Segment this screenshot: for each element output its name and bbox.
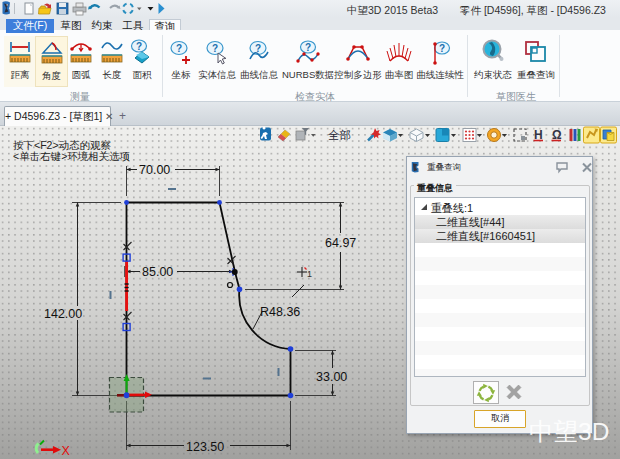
svg-text:?: ? [305, 42, 311, 53]
svg-text:R48.36: R48.36 [260, 305, 300, 319]
svg-text:?: ? [439, 43, 445, 54]
svg-text:全部: 全部 [328, 129, 351, 141]
svg-text:X: X [62, 444, 71, 458]
svg-text:1: 1 [307, 269, 312, 279]
svg-text:85.00: 85.00 [142, 265, 173, 279]
svg-text:64.97: 64.97 [325, 236, 356, 250]
svg-text:?: ? [212, 43, 218, 54]
svg-text:H: H [534, 128, 543, 142]
svg-text:70.00: 70.00 [139, 163, 170, 177]
svg-text:?: ? [136, 41, 142, 52]
svg-text:123.50: 123.50 [186, 440, 224, 454]
svg-text:33.00: 33.00 [316, 370, 347, 384]
svg-text:?: ? [176, 43, 182, 54]
svg-text:Ω: Ω [552, 128, 562, 142]
svg-text:142.00: 142.00 [44, 307, 82, 321]
